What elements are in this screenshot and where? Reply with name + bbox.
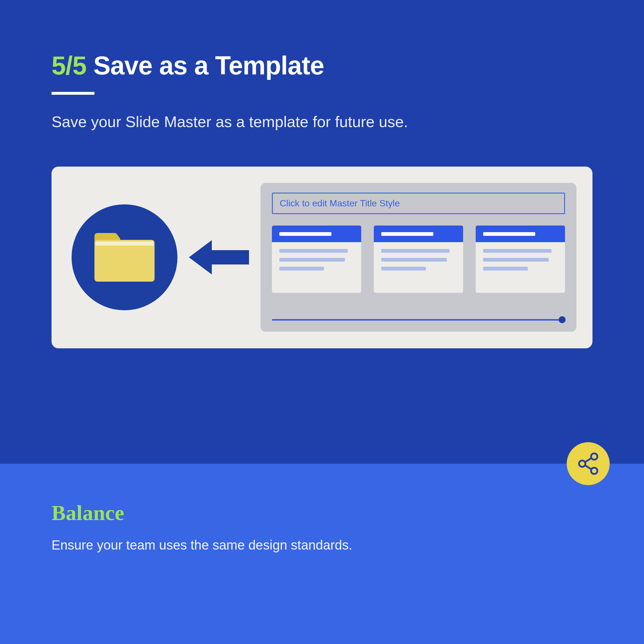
arrow-left-icon [189, 239, 249, 276]
thumbnail-header [272, 226, 361, 242]
folder-icon [92, 230, 157, 285]
thumbnail-body-line [483, 258, 549, 262]
thumbnail-body-line [483, 249, 552, 253]
svg-rect-0 [94, 240, 155, 282]
slide-master-preview: Click to edit Master Title Style [260, 183, 576, 332]
thumbnail-header-line [279, 232, 331, 236]
master-title-placeholder: Click to edit Master Title Style [272, 193, 565, 214]
thumbnail-body-line [381, 258, 447, 262]
thumbnail-header-line [483, 232, 535, 236]
slide-thumbnail [374, 226, 463, 293]
share-icon [576, 451, 600, 476]
footer-panel: Balance Ensure your team uses the same d… [0, 464, 644, 644]
main-panel: 5/5 Save as a Template Save your Slide M… [0, 0, 644, 464]
slide-thumbnail [476, 226, 565, 293]
slide-thumbnail [272, 226, 361, 293]
thumbnail-body [374, 242, 463, 270]
page-title: 5/5 Save as a Template [52, 52, 592, 80]
thumbnail-header [374, 226, 463, 242]
page-subtitle: Save your Slide Master as a template for… [52, 111, 538, 132]
preview-scroll-dot [559, 316, 566, 323]
illustration-card: Click to edit Master Title Style [52, 167, 592, 348]
thumbnail-body-line [279, 249, 348, 253]
thumbnail-body-line [483, 267, 528, 270]
svg-line-5 [585, 458, 592, 462]
step-counter: 5/5 [52, 51, 86, 80]
share-badge [567, 442, 610, 485]
folder-circle [72, 204, 177, 310]
thumbnail-header [476, 226, 565, 242]
preview-scroll-track [272, 316, 565, 323]
slide-thumbnails-row [272, 226, 565, 293]
thumbnail-body [272, 242, 361, 270]
svg-rect-1 [96, 242, 153, 246]
svg-line-6 [585, 465, 592, 469]
thumbnail-body-line [279, 267, 324, 270]
footer-subtitle: Ensure your team uses the same design st… [52, 537, 592, 553]
title-text: Save as a Template [93, 51, 324, 80]
thumbnail-header-line [381, 232, 433, 236]
preview-scroll-line [272, 319, 565, 321]
title-underline [52, 92, 94, 95]
thumbnail-body-line [279, 258, 345, 262]
footer-title: Balance [52, 501, 592, 525]
folder-graphic [72, 204, 177, 310]
thumbnail-body-line [381, 249, 450, 253]
thumbnail-body [476, 242, 565, 270]
thumbnail-body-line [381, 267, 426, 270]
